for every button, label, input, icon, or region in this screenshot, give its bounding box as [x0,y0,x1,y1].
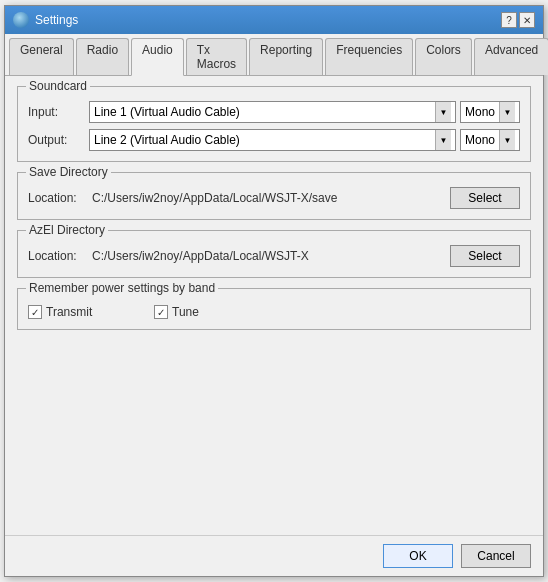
output-combo-wrapper: Line 2 (Virtual Audio Cable) ▼ Mono ▼ [89,129,520,151]
output-label: Output: [28,133,83,147]
input-combo[interactable]: Line 1 (Virtual Audio Cable) ▼ [89,101,456,123]
output-value: Line 2 (Virtual Audio Cable) [94,133,435,147]
soundcard-title: Soundcard [26,79,90,93]
close-button[interactable]: ✕ [519,12,535,28]
transmit-label: Transmit [46,305,92,319]
tab-advanced[interactable]: Advanced [474,38,548,75]
cancel-button[interactable]: Cancel [461,544,531,568]
azel-directory-title: AzEl Directory [26,223,108,237]
save-directory-group: Save Directory Location: C:/Users/iw2noy… [17,172,531,220]
input-row: Input: Line 1 (Virtual Audio Cable) ▼ Mo… [28,101,520,123]
transmit-checkbox-item: ✓ Transmit [28,305,148,319]
output-channel-value: Mono [465,133,499,147]
azel-location-value: C:/Users/iw2noy/AppData/Local/WSJT-X [92,249,444,263]
azel-location-label: Location: [28,249,86,263]
tune-check-mark: ✓ [157,307,165,318]
tune-checkbox[interactable]: ✓ [154,305,168,319]
tab-content: Soundcard Input: Line 1 (Virtual Audio C… [5,76,543,535]
save-location-label: Location: [28,191,86,205]
tabs-bar: General Radio Audio Tx Macros Reporting … [5,34,543,76]
input-channel-value: Mono [465,105,499,119]
input-channel-arrow: ▼ [499,102,515,122]
title-bar: Settings ? ✕ [5,6,543,34]
azel-directory-group: AzEl Directory Location: C:/Users/iw2noy… [17,230,531,278]
output-channel-arrow: ▼ [499,130,515,150]
transmit-check-mark: ✓ [31,307,39,318]
soundcard-group: Soundcard Input: Line 1 (Virtual Audio C… [17,86,531,162]
power-settings-group: Remember power settings by band ✓ Transm… [17,288,531,330]
input-channel-combo[interactable]: Mono ▼ [460,101,520,123]
save-directory-title: Save Directory [26,165,111,179]
settings-window: Settings ? ✕ General Radio Audio Tx Macr… [4,5,544,577]
ok-button[interactable]: OK [383,544,453,568]
power-checkbox-row: ✓ Transmit ✓ Tune [28,305,520,319]
tune-checkbox-item: ✓ Tune [154,305,274,319]
help-button[interactable]: ? [501,12,517,28]
tab-frequencies[interactable]: Frequencies [325,38,413,75]
tab-radio[interactable]: Radio [76,38,129,75]
tab-txmacros[interactable]: Tx Macros [186,38,247,75]
window-title: Settings [35,13,501,27]
app-icon [13,12,29,28]
output-row: Output: Line 2 (Virtual Audio Cable) ▼ M… [28,129,520,151]
tab-general[interactable]: General [9,38,74,75]
save-select-button[interactable]: Select [450,187,520,209]
save-location-value: C:/Users/iw2noy/AppData/Local/WSJT-X/sav… [92,191,444,205]
input-combo-wrapper: Line 1 (Virtual Audio Cable) ▼ Mono ▼ [89,101,520,123]
output-dropdown-arrow: ▼ [435,130,451,150]
input-value: Line 1 (Virtual Audio Cable) [94,105,435,119]
footer: OK Cancel [5,535,543,576]
window-controls: ? ✕ [501,12,535,28]
input-dropdown-arrow: ▼ [435,102,451,122]
output-channel-combo[interactable]: Mono ▼ [460,129,520,151]
tab-audio[interactable]: Audio [131,38,184,76]
save-location-row: Location: C:/Users/iw2noy/AppData/Local/… [28,187,520,209]
transmit-checkbox[interactable]: ✓ [28,305,42,319]
tab-reporting[interactable]: Reporting [249,38,323,75]
tune-label: Tune [172,305,199,319]
output-combo[interactable]: Line 2 (Virtual Audio Cable) ▼ [89,129,456,151]
azel-select-button[interactable]: Select [450,245,520,267]
azel-location-row: Location: C:/Users/iw2noy/AppData/Local/… [28,245,520,267]
input-label: Input: [28,105,83,119]
tab-colors[interactable]: Colors [415,38,472,75]
power-settings-title: Remember power settings by band [26,281,218,295]
